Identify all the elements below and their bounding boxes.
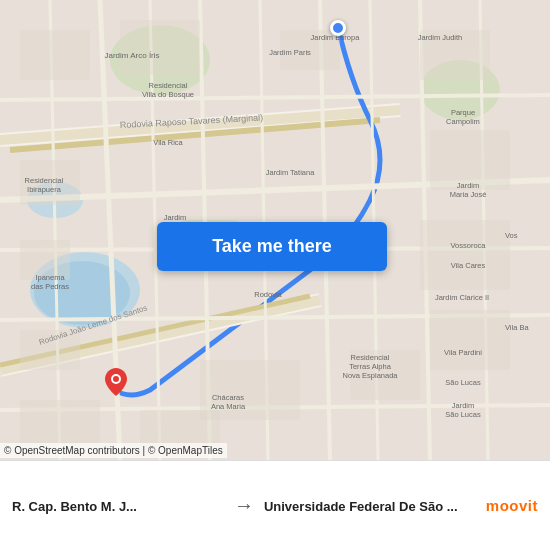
svg-text:Ipanema: Ipanema xyxy=(35,273,65,282)
app: Rodovia Raposo Tavares (Marginal) Rodovi… xyxy=(0,0,550,550)
svg-text:Vila Cares: Vila Cares xyxy=(451,261,486,270)
svg-text:Ana Maria: Ana Maria xyxy=(211,402,246,411)
map-container: Rodovia Raposo Tavares (Marginal) Rodovi… xyxy=(0,0,550,460)
svg-text:Vila Ba: Vila Ba xyxy=(505,323,529,332)
origin-name: R. Cap. Bento M. J... xyxy=(12,499,224,514)
destination-endpoint: Universidade Federal De São ... xyxy=(264,497,476,514)
svg-text:Residencial: Residencial xyxy=(25,176,64,185)
svg-rect-33 xyxy=(430,310,510,370)
svg-text:Jardim: Jardim xyxy=(164,213,187,222)
svg-text:Jardim: Jardim xyxy=(457,181,480,190)
svg-text:Ibirapuera: Ibirapuera xyxy=(27,185,62,194)
svg-rect-28 xyxy=(120,20,200,75)
svg-text:Jardim: Jardim xyxy=(452,401,475,410)
svg-text:Jardim Clarice II: Jardim Clarice II xyxy=(435,293,489,302)
svg-text:Jardim Tatiana: Jardim Tatiana xyxy=(266,168,315,177)
svg-rect-32 xyxy=(420,220,510,290)
svg-text:Jardim Arco Íris: Jardim Arco Íris xyxy=(104,51,159,60)
svg-rect-40 xyxy=(20,400,100,445)
svg-text:Chácaras: Chácaras xyxy=(212,393,244,402)
map-attribution: © OpenStreetMap contributors | © OpenMap… xyxy=(0,443,227,458)
svg-text:Maria José: Maria José xyxy=(450,190,487,199)
svg-text:das Pedras: das Pedras xyxy=(31,282,69,291)
svg-text:Terras Alpha: Terras Alpha xyxy=(349,362,392,371)
svg-rect-27 xyxy=(20,30,90,80)
origin-endpoint: R. Cap. Bento M. J... xyxy=(12,497,224,514)
bottom-bar: R. Cap. Bento M. J... → Universidade Fed… xyxy=(0,460,550,550)
svg-text:Villa do Bosque: Villa do Bosque xyxy=(142,90,194,99)
svg-text:Vila Pardini: Vila Pardini xyxy=(444,348,482,357)
svg-text:Vossoroca: Vossoroca xyxy=(450,241,486,250)
svg-text:São Lucas: São Lucas xyxy=(445,378,481,387)
moovit-logo-text: moovit xyxy=(486,497,538,514)
svg-text:Jardim Judith: Jardim Judith xyxy=(418,33,463,42)
destination-name: Universidade Federal De São ... xyxy=(264,499,476,514)
moovit-logo: moovit xyxy=(486,497,538,514)
svg-text:Residencial: Residencial xyxy=(351,353,390,362)
take-me-there-button[interactable]: Take me there xyxy=(157,222,387,271)
svg-text:Residencial: Residencial xyxy=(149,81,188,90)
origin-marker xyxy=(330,20,346,36)
svg-text:São Lucas: São Lucas xyxy=(445,410,481,419)
svg-point-77 xyxy=(113,376,119,382)
svg-text:Campolim: Campolim xyxy=(446,117,480,126)
destination-marker xyxy=(105,368,127,400)
svg-text:Vila Rica: Vila Rica xyxy=(153,138,183,147)
svg-text:Nova Esplanada: Nova Esplanada xyxy=(342,371,398,380)
svg-text:Rodovia: Rodovia xyxy=(254,290,282,299)
svg-text:Vos: Vos xyxy=(505,231,518,240)
svg-text:Parque: Parque xyxy=(451,108,475,117)
svg-text:Jardim Paris: Jardim Paris xyxy=(269,48,311,57)
route-arrow-icon: → xyxy=(234,494,254,517)
